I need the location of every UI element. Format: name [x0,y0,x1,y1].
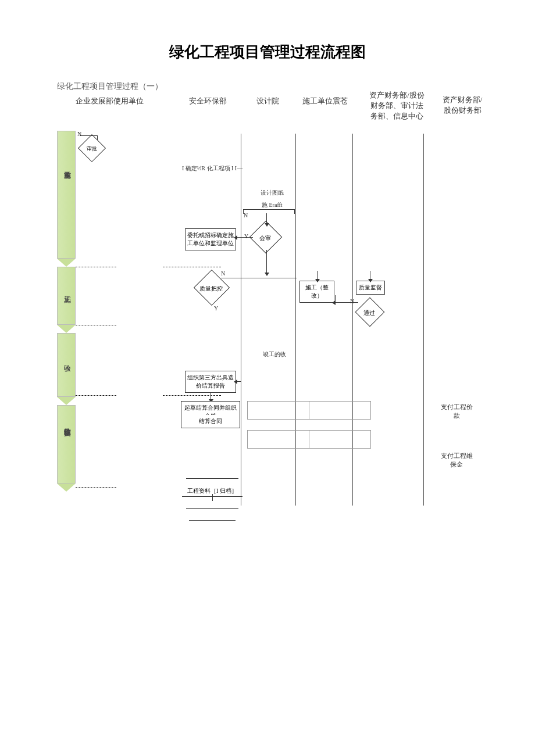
quality-supervise-text: 质量监督 [359,284,382,291]
joint-review-label: 会审 [254,234,277,242]
flow-line [243,209,244,214]
construction-rework-box: 施工（整改） [299,281,334,303]
dashed-separator [163,395,221,396]
no-label: N [77,131,81,137]
archive-line [186,501,238,509]
design-drawing-text: 设计图纸 [261,189,284,197]
phase-band-acceptance: 验收 [57,333,76,397]
flow-line [370,271,370,280]
lane-header-construction: 施工单位震苍 [302,96,348,106]
completion-acceptance-text: 竣工的收 [263,350,286,359]
quality-control-label: 质量把控 [198,285,224,293]
third-party-box: 组织第三方出具造价结算报告 [185,371,236,393]
pass-label: 通过 [359,309,380,317]
flow-line [294,209,295,214]
no-label: N [244,212,248,218]
construction-rework-text: 施工（整改） [305,284,329,299]
flow-line [335,302,358,303]
flow-line [317,271,318,280]
dashed-separator [76,325,116,325]
flow-line [211,393,211,400]
dashed-separator [76,487,116,488]
phase-band-construction: 施工 [57,267,76,325]
phase-band-settlement: 交接验收及结算 [57,405,76,483]
phase-arrow-icon [57,259,76,267]
page-title: 绿化工程项目管理过程流程图 [0,0,535,74]
pass-decision: 通过 [355,298,385,327]
archive-line [186,471,238,479]
approve-decision: 审批 [78,134,106,162]
lane-divider [295,134,296,506]
archive-line [189,513,236,521]
no-label: N [350,298,354,304]
flow-line [266,213,267,224]
subtitle: 绿化工程项目管理过程（一） [57,81,163,92]
flow-line [212,494,213,501]
phase-arrow-icon [57,483,76,492]
entrust-box: 委托或招标确定施工单位和监理单位 [185,228,236,250]
flow-line [335,295,336,302]
flow-line [80,135,97,136]
third-party-text: 组织第三方出具造价结算报告 [187,374,234,389]
lane-header-safety: 安全环保部 [189,96,227,106]
quality-supervise-box: 质量监督 [356,281,385,295]
yes-label: Y [214,305,218,311]
settlement-contract-text: 结算合同 [199,418,222,424]
approve-label: 审批 [82,145,102,153]
phase-band-prep: 施工前准备 [57,131,76,259]
flow-line [237,237,253,238]
grid-box [247,401,309,420]
grid-box [247,430,309,449]
lane-divider [241,134,241,506]
dashed-separator [76,395,116,396]
pay-project-label: 支付工程价款 [439,403,474,420]
lane-divider [423,134,424,506]
phase-arrow-icon [57,325,76,333]
lane-header-assets-multi: 资产财务部/股份财务部、审计法务部、信息中心 [369,90,425,122]
flow-line [266,250,267,273]
yes-label: Y [244,233,248,239]
confirm-project-text: I 确定½R 化工程项 I I— [182,164,242,173]
flow-line [97,135,98,140]
entrust-text: 委托或招标确定施工单位和监理单位 [187,232,234,246]
no-label: N [221,270,225,277]
lane-header-enterprise: 企业发展部使用单位 [76,96,144,106]
flow-line [237,381,241,382]
dashed-separator [163,267,221,267]
lane-divider [352,134,353,506]
settlement-contract-box: 结算合同 [181,415,240,428]
dashed-separator [76,267,116,267]
lane-header-assets-finance: 资产财务部/股份财务部 [439,95,486,116]
flow-line [243,209,294,210]
flow-line [221,278,297,278]
construction-plan-text: 施 Erafft [262,201,283,209]
pay-maintenance-label: 支付工程维保金 [439,452,474,469]
phase-arrow-icon [57,397,76,405]
lane-header-design: 设计院 [256,96,279,106]
